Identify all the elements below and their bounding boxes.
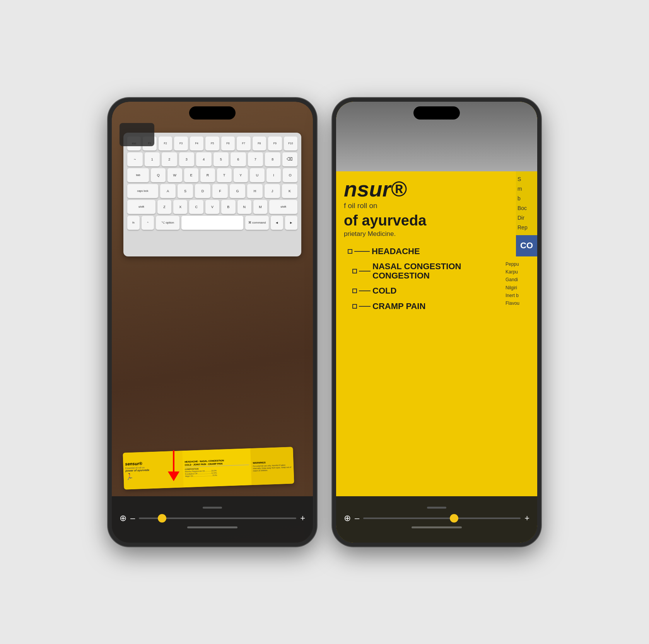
symptom-line-cold <box>359 290 371 291</box>
swipe-indicator-left <box>203 507 222 509</box>
key-h[interactable]: H <box>247 184 263 198</box>
key-space[interactable] <box>181 216 244 230</box>
key-fn[interactable]: fn <box>127 216 140 230</box>
device-top-left <box>120 123 154 146</box>
label-blue-box: CO <box>516 235 537 256</box>
key-q[interactable]: Q <box>151 168 166 182</box>
ingredient-6: Flavou <box>506 299 536 307</box>
ingredient-5: Inert b <box>506 292 536 299</box>
key-8[interactable]: 8 <box>265 152 280 166</box>
bottom-bar-right: ⊕ – + <box>336 496 537 543</box>
key-n[interactable]: N <box>237 200 251 214</box>
key-x[interactable]: X <box>173 200 187 214</box>
key-f3[interactable]: F3 <box>174 137 188 150</box>
key-t[interactable]: T <box>217 168 232 182</box>
symptom-cramp-row: CRAMP PAIN <box>352 301 529 311</box>
key-c[interactable]: C <box>189 200 203 214</box>
key-r[interactable]: R <box>200 168 215 182</box>
zoom-minus-left[interactable]: – <box>130 513 135 523</box>
key-command[interactable]: ⌘ command <box>245 216 268 230</box>
key-z[interactable]: Z <box>157 200 171 214</box>
key-tab[interactable]: tab <box>127 168 149 182</box>
symptom-cold-row: COLD <box>352 286 529 296</box>
key-6[interactable]: 6 <box>231 152 246 166</box>
zoom-plus-right[interactable]: + <box>524 513 529 523</box>
key-shift-right[interactable]: shift <box>269 200 297 214</box>
key-5[interactable]: 5 <box>213 152 229 166</box>
zoom-controls-left: ⊕ – + <box>120 513 305 523</box>
key-f7[interactable]: F7 <box>237 137 250 150</box>
key-m[interactable]: M <box>253 200 267 214</box>
symptom-text-headache: HEADACHE <box>372 246 420 256</box>
ingredient-2: Karpu <box>506 268 536 276</box>
product-box: sensur® Essential oil roll on power of a… <box>123 447 294 489</box>
label-ayurveda: of ayurveda <box>344 213 529 228</box>
key-o[interactable]: O <box>283 168 297 182</box>
symptom-dot-cold <box>352 289 357 293</box>
key-f10[interactable]: F10 <box>284 137 297 150</box>
symptom-nasal-row: NASAL CONGESTION CONGESTION <box>352 262 529 280</box>
keyboard-row-zxcv: shift Z X C V B N M shift <box>127 200 297 214</box>
key-ctrl[interactable]: ^ <box>142 216 154 230</box>
ingredient-4: Nilgiri <box>506 284 536 292</box>
key-3[interactable]: 3 <box>179 152 195 166</box>
zoom-plus-left[interactable]: + <box>300 513 305 523</box>
key-f8[interactable]: F8 <box>253 137 266 150</box>
key-a[interactable]: A <box>160 184 176 198</box>
key-v[interactable]: V <box>205 200 219 214</box>
key-d[interactable]: D <box>195 184 210 198</box>
zoom-icon-right[interactable]: ⊕ <box>344 513 351 523</box>
key-right[interactable]: ▶ <box>285 216 297 230</box>
key-b[interactable]: B <box>221 200 235 214</box>
key-capslock[interactable]: caps lock <box>127 184 158 198</box>
key-1[interactable]: 1 <box>145 152 160 166</box>
label-oil-type: f oil roll on <box>344 202 529 210</box>
key-w[interactable]: W <box>167 168 182 182</box>
key-4[interactable]: 4 <box>196 152 212 166</box>
product-right: WARNINGS For external use only. Harmful … <box>250 447 294 485</box>
zoom-minus-right[interactable]: – <box>355 513 359 523</box>
label-body: nsur® f oil roll on of ayurveda prietary… <box>336 171 537 325</box>
symptom-dot-cramp <box>352 304 357 309</box>
phone-right: nsur® f oil roll on of ayurveda prietary… <box>332 98 541 547</box>
key-option[interactable]: ⌥ option <box>156 216 179 230</box>
key-backspace[interactable]: ⌫ <box>282 152 298 166</box>
dynamic-island-right <box>413 106 460 120</box>
keyboard: esc F1 F2 F3 F4 F5 F6 F7 F8 F9 F10 ~ 1 2… <box>123 133 301 256</box>
zoom-controls-right: ⊕ – + <box>344 513 529 523</box>
key-e[interactable]: E <box>184 168 199 182</box>
key-i[interactable]: I <box>266 168 281 182</box>
zoom-thumb-right[interactable] <box>450 514 458 523</box>
symptom-line-headache <box>354 251 370 252</box>
key-s[interactable]: S <box>178 184 193 198</box>
key-j[interactable]: J <box>265 184 280 198</box>
key-7[interactable]: 7 <box>248 152 263 166</box>
product-warnings: For external use only. Harmful if taken … <box>253 463 292 471</box>
key-f9[interactable]: F9 <box>268 137 282 150</box>
zoom-slider-left[interactable] <box>139 518 296 519</box>
key-shift[interactable]: shift <box>127 200 155 214</box>
key-tilde[interactable]: ~ <box>127 152 143 166</box>
key-2[interactable]: 2 <box>162 152 177 166</box>
key-y[interactable]: Y <box>234 168 248 182</box>
product-center: HEADACHE · NASAL CONGESTION COLD · JOINT… <box>182 448 251 487</box>
key-f[interactable]: F <box>212 184 228 198</box>
ingredient-1: Peppu <box>506 260 536 268</box>
symptom-headache-row: HEADACHE <box>348 246 529 256</box>
symptom-line-cramp <box>359 306 371 307</box>
key-f2[interactable]: F2 <box>159 137 172 150</box>
key-left[interactable]: ◀ <box>271 216 283 230</box>
key-f6[interactable]: F6 <box>221 137 235 150</box>
key-k[interactable]: K <box>282 184 297 198</box>
zoom-thumb-left[interactable] <box>158 514 166 523</box>
key-u[interactable]: U <box>250 168 265 182</box>
key-f4[interactable]: F4 <box>190 137 203 150</box>
dynamic-island-left <box>189 106 236 120</box>
zoom-icon-left[interactable]: ⊕ <box>120 513 126 523</box>
zoom-slider-right[interactable] <box>363 518 521 519</box>
phone-left: esc F1 F2 F3 F4 F5 F6 F7 F8 F9 F10 ~ 1 2… <box>108 98 317 547</box>
key-f5[interactable]: F5 <box>205 137 219 150</box>
symptom-text-cramp: CRAMP PAIN <box>372 301 425 311</box>
key-g[interactable]: G <box>230 184 245 198</box>
svg-marker-1 <box>168 471 179 481</box>
